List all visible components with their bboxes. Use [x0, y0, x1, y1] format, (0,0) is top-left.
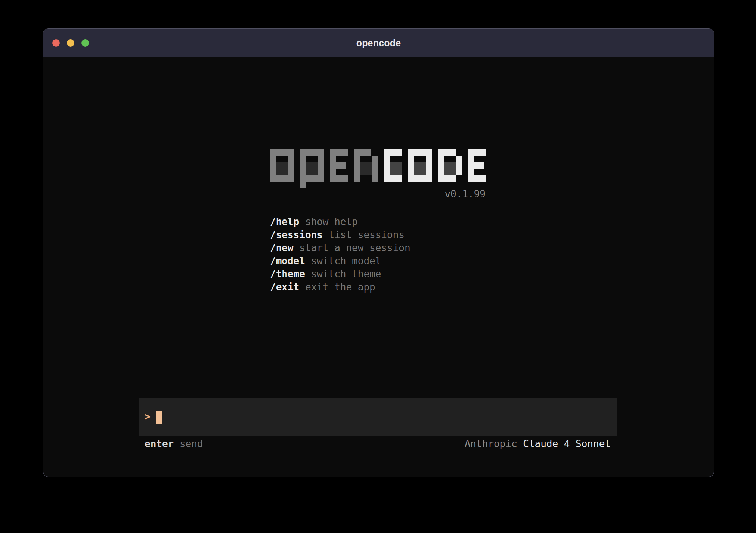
- command-list: /helpshow help/sessionslist sessions/new…: [270, 215, 410, 294]
- model-provider: Anthropic: [465, 438, 517, 449]
- key-hint-key: enter: [145, 438, 174, 449]
- command-name: /theme: [270, 268, 305, 280]
- command-name: /help: [270, 216, 299, 227]
- logo-letter-p: [300, 149, 324, 182]
- zoom-button[interactable]: [81, 39, 89, 47]
- text-cursor: [156, 411, 162, 424]
- minimize-button[interactable]: [67, 39, 74, 47]
- command-description: switch theme: [311, 268, 381, 280]
- logo-letter-e: [468, 149, 486, 182]
- app-window: opencode v0.1.99 /helpshow help/sessions…: [43, 28, 714, 477]
- command-name: /model: [270, 255, 305, 266]
- command-row: /sessionslist sessions: [270, 228, 410, 241]
- model-name: Claude 4 Sonnet: [523, 438, 611, 449]
- logo-letter-o: [408, 149, 432, 182]
- command-description: exit the app: [305, 281, 375, 293]
- logo-letter-d: [438, 149, 462, 182]
- window-title: opencode: [356, 38, 401, 49]
- command-row: /modelswitch model: [270, 255, 410, 268]
- command-name: /exit: [270, 281, 299, 293]
- logo-letter-n: [354, 149, 378, 182]
- command-row: /newstart a new session: [270, 241, 410, 255]
- logo-letter-e: [330, 149, 348, 182]
- command-row: /themeswitch theme: [270, 268, 410, 281]
- version-label: v0.1.99: [270, 188, 486, 201]
- command-row: /helpshow help: [270, 215, 410, 228]
- window-controls: [52, 29, 89, 57]
- prompt-input[interactable]: >: [139, 398, 617, 436]
- command-name: /sessions: [270, 229, 323, 240]
- logo-letter-o: [270, 149, 294, 182]
- command-description: show help: [305, 216, 358, 227]
- close-button[interactable]: [52, 39, 60, 47]
- status-bar: entersend AnthropicClaude 4 Sonnet: [139, 439, 617, 449]
- opencode-logo: [270, 149, 486, 182]
- key-hint-action: send: [180, 438, 203, 449]
- command-row: /exitexit the app: [270, 281, 410, 294]
- command-description: list sessions: [328, 229, 405, 240]
- prompt-symbol: >: [145, 411, 151, 422]
- command-description: switch model: [311, 255, 381, 266]
- command-description: start a new session: [299, 242, 410, 253]
- titlebar: opencode: [43, 29, 714, 57]
- logo-letter-c: [384, 149, 402, 182]
- command-name: /new: [270, 242, 294, 253]
- key-hint: entersend: [145, 439, 203, 449]
- model-indicator: AnthropicClaude 4 Sonnet: [465, 439, 611, 449]
